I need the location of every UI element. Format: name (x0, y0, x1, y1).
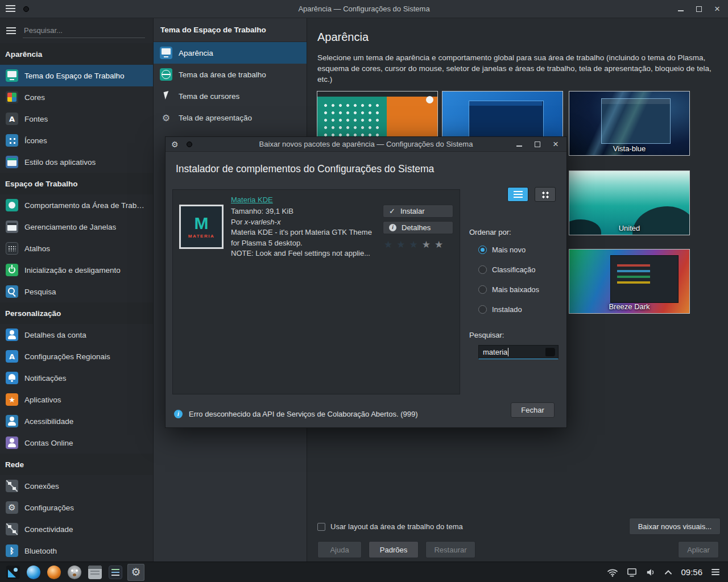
use-theme-layout-checkbox-row[interactable]: Usar layout da área de trabalho do tema (317, 522, 463, 531)
reset-button[interactable]: Restaurar (425, 541, 475, 558)
wifi-icon[interactable] (607, 568, 618, 577)
dialog-close-button[interactable] (552, 140, 560, 148)
package-author: x-varlesh-x (245, 218, 281, 226)
desktop-behavior-icon (6, 199, 18, 211)
dialog-search-input[interactable]: materia (478, 345, 559, 359)
sidebar-item-contas-online[interactable]: Contas Online (0, 432, 153, 454)
sidebar-item-atalhos[interactable]: Atalhos (0, 238, 153, 259)
subsidebar-item-aparencia[interactable]: Aparência (154, 42, 307, 64)
sidebar-item-fontes[interactable]: Fontes (0, 108, 153, 130)
theme-label: Breeze Dark (569, 302, 689, 311)
sidebar-item-config-regionais[interactable]: Configurações Regionais (0, 346, 153, 367)
taskbar-browser-orange[interactable] (46, 564, 63, 581)
subsidebar-title: Tema do Espaço de Trabalho (154, 18, 307, 42)
theme-vista-blue[interactable]: Vista-blue (569, 91, 690, 156)
clear-search-icon[interactable] (545, 348, 555, 356)
package-item[interactable]: M MATERIA Materia KDE Tamanho: 39,1 KiB … (173, 190, 460, 264)
rating-stars[interactable]: ★★★★★ (383, 240, 453, 250)
details-button[interactable]: i Detalhes (383, 221, 453, 234)
dialog-minimize-button[interactable] (515, 140, 523, 148)
theme-united[interactable]: United (569, 171, 690, 235)
get-hot-new-stuff-dialog: ⚙ Baixar novos pacotes de aparência — Co… (165, 136, 567, 428)
taskbar-editor[interactable] (107, 564, 124, 581)
taskbar-file-manager[interactable] (86, 564, 104, 581)
subsidebar-item-tema-cursores[interactable]: Tema de cursores (154, 85, 307, 107)
system-settings-icon (129, 566, 143, 579)
checkbox-icon[interactable] (317, 523, 325, 531)
colors-icon (6, 91, 18, 103)
notifications-icon (6, 372, 18, 384)
text-editor-icon (109, 566, 122, 579)
sidebar-menu-button[interactable] (6, 27, 16, 35)
install-button[interactable]: ✓ Instalar (383, 205, 453, 218)
dialog-titlebar[interactable]: ⚙ Baixar novos pacotes de aparência — Co… (166, 137, 566, 152)
applications-icon (6, 393, 18, 406)
sort-option-most-downloads[interactable]: Mais baixados (478, 285, 561, 294)
radio-icon[interactable] (478, 285, 487, 294)
sidebar-item-detalhes-conta[interactable]: Detalhes da conta (0, 324, 153, 346)
sort-option-installed[interactable]: Instalado (478, 305, 561, 314)
panel-menu-icon[interactable] (711, 568, 720, 576)
subsidebar-item-tela-apresentacao[interactable]: Tela de apresentação (154, 107, 307, 128)
theme-breeze-dark[interactable]: Breeze Dark (569, 249, 690, 314)
sidebar-item-cores[interactable]: Cores (0, 86, 153, 108)
defaults-button[interactable]: Padrões (369, 541, 419, 558)
accessibility-icon (6, 415, 18, 427)
sidebar-item-inicializacao[interactable]: Inicialização e desligamento (0, 259, 153, 281)
sidebar-item-estilo-aplicativos[interactable]: Estilo dos aplicativos (0, 151, 153, 173)
online-accounts-icon (6, 436, 18, 449)
titlebar-menu-icon[interactable] (6, 5, 15, 13)
shortcuts-icon (6, 242, 18, 255)
materia-kde-icon: M MATERIA (179, 205, 224, 249)
dialog-fechar-button[interactable]: Fechar (511, 402, 555, 418)
sidebar-item-tema-do-espaco[interactable]: Tema do Espaço de Trabalho (0, 65, 153, 86)
sidebar-item-icones[interactable]: Ícones (0, 130, 153, 151)
subsidebar-item-tema-area-trabalho[interactable]: Tema da área de trabalho (154, 64, 307, 85)
sidebar-item-comportamento[interactable]: Comportamento da Área de Traba... (0, 194, 153, 216)
apply-button[interactable]: Aplicar (678, 541, 719, 558)
sidebar-item-notificacoes[interactable]: Notificações (0, 367, 153, 389)
expand-tray-icon[interactable] (664, 569, 672, 575)
sort-option-rating[interactable]: Classificação (478, 265, 561, 274)
sidebar-item-configuracoes[interactable]: Configurações (0, 497, 153, 518)
display-status-icon[interactable] (627, 568, 637, 577)
radio-icon[interactable] (478, 265, 487, 274)
list-view-button[interactable] (507, 187, 528, 202)
grid-view-button[interactable] (535, 187, 556, 202)
page-description: Selecione um tema de aparência e comport… (317, 52, 722, 85)
dialog-window-icon (187, 142, 192, 147)
close-button[interactable] (713, 5, 721, 13)
taskbar-browser-blue[interactable] (25, 564, 42, 581)
minimize-button[interactable] (677, 5, 685, 13)
clock[interactable]: 09:56 (681, 567, 702, 577)
theme-label: United (569, 224, 689, 232)
volume-icon[interactable] (646, 568, 656, 577)
help-button[interactable]: Ajuda (317, 541, 362, 558)
maximize-button[interactable] (695, 5, 703, 13)
sidebar-item-bluetooth[interactable]: Bluetooth (0, 540, 153, 562)
search-settings-icon (6, 285, 18, 298)
appearance-icon (160, 47, 172, 59)
dialog-maximize-button[interactable] (533, 140, 541, 148)
app-launcher-button[interactable] (5, 564, 22, 581)
sidebar-item-pesquisa[interactable]: Pesquisa (0, 281, 153, 302)
sidebar-item-acessibilidade[interactable]: Acessibilidade (0, 410, 153, 432)
package-name-link[interactable]: Materia KDE (231, 195, 273, 205)
radio-icon[interactable] (478, 305, 487, 314)
taskbar-system-settings[interactable] (127, 564, 144, 581)
sidebar-item-aplicativos[interactable]: Aplicativos (0, 389, 153, 410)
app-window-icon (23, 6, 29, 12)
sort-option-newest[interactable]: Mais novo (478, 246, 561, 254)
gimp-icon (68, 566, 81, 579)
sidebar-item-conectividade[interactable]: Conectividade (0, 518, 153, 540)
package-actions: ✓ Instalar i Detalhes ★★★★★ (383, 205, 453, 250)
radio-icon[interactable] (478, 246, 487, 254)
taskbar-gimp[interactable] (66, 564, 83, 581)
bluetooth-icon (6, 544, 18, 557)
window-titlebar[interactable]: Aparência — Configurações do Sistema (0, 0, 728, 18)
settings-search-input[interactable] (23, 23, 145, 38)
sidebar-item-conexoes[interactable]: Conexões (0, 475, 153, 497)
sidebar-item-gerenciamento-janelas[interactable]: Gerenciamento de Janelas (0, 216, 153, 238)
package-author-line: Por x-varlesh-x (231, 217, 375, 227)
get-new-looks-button[interactable]: Baixar novos visuais... (629, 518, 721, 535)
